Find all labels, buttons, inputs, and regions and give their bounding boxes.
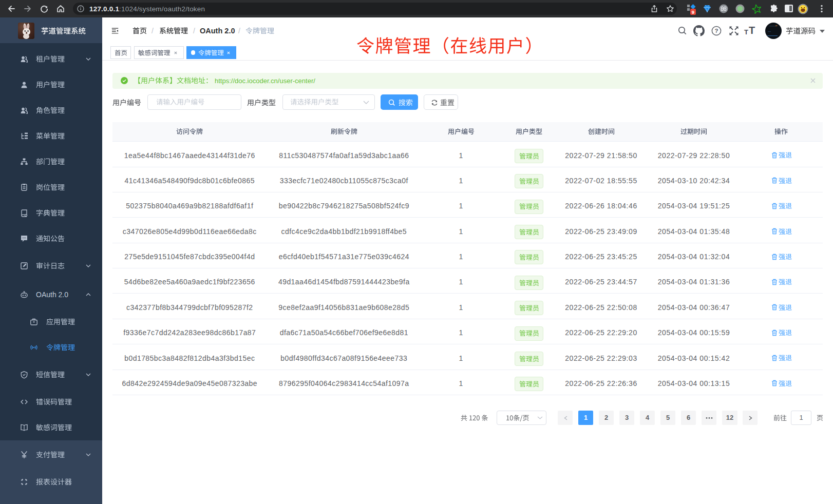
svg-text:?: ?	[714, 28, 718, 34]
svg-text:9: 9	[692, 9, 694, 15]
